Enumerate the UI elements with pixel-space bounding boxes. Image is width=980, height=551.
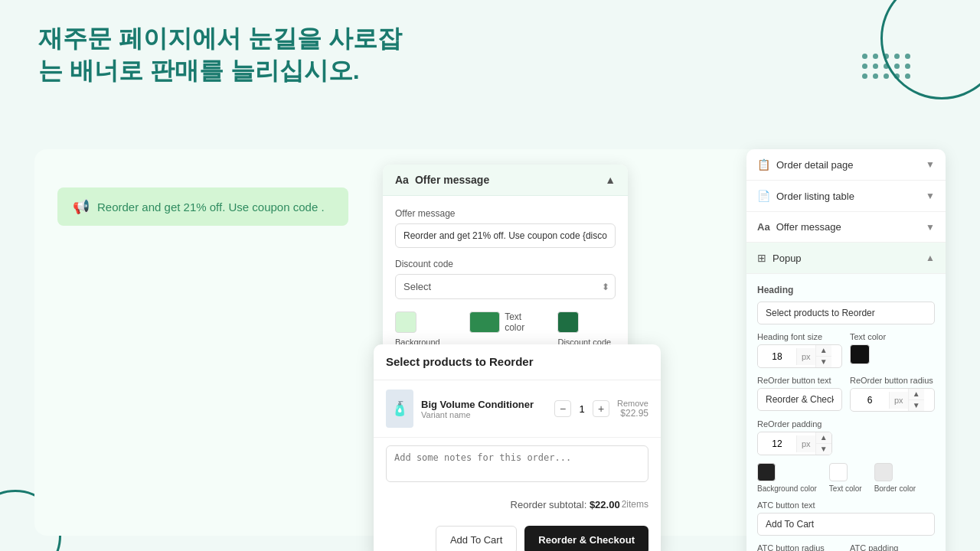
items-label: 2items xyxy=(622,499,648,510)
text-color-swatch[interactable] xyxy=(469,311,500,333)
sidebar-item-label: Offer message xyxy=(776,221,841,233)
order-detail-icon: 📋 xyxy=(757,158,770,171)
atc-btn-text-input[interactable] xyxy=(757,513,935,536)
font-size-col: Heading font size px ▲ ▼ xyxy=(757,332,842,368)
product-thumbnail: 🧴 xyxy=(386,390,413,428)
heading-font-size-label: Heading font size xyxy=(757,332,842,341)
reorder-btn-text-col: ReOrder button text xyxy=(757,376,842,412)
reorder-checkout-button[interactable]: Reorder & Checkout xyxy=(524,526,648,551)
order-notes-textarea[interactable] xyxy=(386,445,648,482)
offer-message-label: Offer message xyxy=(395,208,616,219)
px-unit: px xyxy=(796,348,815,365)
remove-price-col: Remove $22.95 xyxy=(617,399,648,419)
chevron-up-icon[interactable]: ▲ xyxy=(605,174,616,186)
heading-input[interactable] xyxy=(757,302,935,324)
increment-btn[interactable]: ▲ xyxy=(816,345,831,357)
decrement-btn[interactable]: ▼ xyxy=(909,400,924,411)
reorder-btn-text-input[interactable] xyxy=(757,388,842,411)
atc-radius-label: ATC button radius xyxy=(757,543,842,551)
px-unit: px xyxy=(796,435,815,452)
radius-input-wrap: px ▲ ▼ xyxy=(850,388,935,412)
atc-section: ATC button text xyxy=(757,500,935,543)
btn-border-label: Border color xyxy=(874,484,916,493)
discount-code-label: Discount code xyxy=(395,259,616,269)
text-color-swatch[interactable] xyxy=(850,344,870,364)
increment-btn[interactable]: ▲ xyxy=(816,432,831,444)
text-color-item: Text color xyxy=(469,311,535,333)
discount-code-select[interactable]: Select xyxy=(395,274,616,299)
padding-stepper: ▲ ▼ xyxy=(815,432,831,455)
megaphone-icon: 📢 xyxy=(73,198,90,215)
decrement-btn[interactable]: ▼ xyxy=(816,444,831,455)
btn-bg-swatch[interactable] xyxy=(757,463,776,481)
padding-input[interactable] xyxy=(758,435,796,453)
offer-panel-title: Aa Offer message xyxy=(395,174,489,186)
btn-border-color-item: Border color xyxy=(874,463,916,493)
banner-text: Reorder and get 21% off. Use coupon code… xyxy=(97,201,325,214)
aa-icon: Aa xyxy=(395,174,409,186)
qty-decrease-btn[interactable]: − xyxy=(554,400,571,417)
text-color-label: Text color xyxy=(505,311,534,333)
text-color-swatch-row xyxy=(850,344,935,364)
reorder-padding-row: ReOrder padding px ▲ ▼ xyxy=(757,419,935,455)
sidebar-item-left: 📋 Order detail page xyxy=(757,158,853,171)
btn-border-swatch[interactable] xyxy=(874,463,893,481)
order-listing-icon: 📄 xyxy=(757,190,770,202)
atc-padding-col: ATC padding xyxy=(850,543,935,551)
discount-code-select-wrapper: Select ⬍ xyxy=(395,274,616,299)
subtotal-row: Reorder subtotal: $22.00 2items xyxy=(374,493,661,517)
sidebar-item-label: Order listing table xyxy=(776,191,854,202)
product-popup-modal: Select products to Reorder 🧴 Big Volume … xyxy=(374,344,661,551)
sidebar-item-label: Popup xyxy=(773,253,802,264)
dots-decoration xyxy=(862,54,911,79)
radius-input[interactable] xyxy=(851,391,889,409)
atc-radius-col: ATC button radius xyxy=(757,543,842,551)
sidebar-item-order-listing[interactable]: 📄 Order listing table ▼ xyxy=(746,181,946,212)
bg-color-swatch[interactable] xyxy=(395,311,416,333)
discount-color-swatch[interactable] xyxy=(557,311,579,333)
chevron-down-icon: ▼ xyxy=(926,159,935,170)
heading-section-label: Heading xyxy=(757,285,935,295)
decrement-btn[interactable]: ▼ xyxy=(816,357,831,367)
subtotal-label: Reorder subtotal: xyxy=(511,499,587,510)
font-size-input[interactable] xyxy=(758,347,796,366)
reorder-banner: 📢 Reorder and get 21% off. Use coupon co… xyxy=(57,187,348,226)
offer-panel-body: Offer message Discount code Select ⬍ Bac… xyxy=(383,196,628,368)
sidebar-item-offer-message[interactable]: Aa Offer message ▼ xyxy=(746,212,946,243)
qty-value: 1 xyxy=(576,403,588,415)
add-to-cart-button[interactable]: Add To Cart xyxy=(436,526,517,551)
heading-font-row: Heading font size px ▲ ▼ Text color xyxy=(757,332,935,368)
btn-text-label: Text color xyxy=(829,484,862,493)
qty-increase-btn[interactable]: + xyxy=(593,400,609,417)
popup-icon: ⊞ xyxy=(757,252,766,264)
sidebar-panel: 📋 Order detail page ▼ 📄 Order listing ta… xyxy=(746,149,946,551)
btn-bg-label: Background color xyxy=(757,484,817,493)
btn-text-swatch[interactable] xyxy=(829,463,848,481)
sidebar-item-order-detail[interactable]: 📋 Order detail page ▼ xyxy=(746,149,946,181)
text-color-col: Text color xyxy=(850,332,935,368)
text-color-col-label: Text color xyxy=(850,332,935,341)
offer-message-icon: Aa xyxy=(757,221,770,233)
reorder-btn-radius-col: ReOrder button radius px ▲ ▼ xyxy=(850,376,935,412)
remove-link[interactable]: Remove xyxy=(617,399,648,408)
hero-text: 재주문 페이지에서 눈길을 사로잡는 배너로 판매를 늘리십시오. xyxy=(38,23,421,86)
sidebar-item-label: Order detail page xyxy=(776,159,853,171)
select-arrow-icon: ⬍ xyxy=(602,282,609,292)
padding-input-row: px ▲ ▼ xyxy=(757,432,935,455)
atc-extra-row: ATC button radius ATC padding xyxy=(757,543,935,551)
sidebar-item-popup[interactable]: ⊞ Popup ▲ xyxy=(746,243,946,274)
btn-bg-color-item: Background color xyxy=(757,463,817,493)
product-name: Big Volume Conditioner xyxy=(421,399,547,410)
qty-controls: − 1 + xyxy=(554,400,609,417)
font-size-stepper: ▲ ▼ xyxy=(815,345,831,367)
product-row: 🧴 Big Volume Conditioner Variant name − … xyxy=(374,380,661,438)
deco-circle-top-right xyxy=(880,0,980,99)
popup-header: Select products to Reorder xyxy=(374,344,661,380)
sidebar-item-left: 📄 Order listing table xyxy=(757,190,854,202)
increment-btn[interactable]: ▲ xyxy=(909,389,924,400)
product-info: Big Volume Conditioner Variant name xyxy=(421,399,547,419)
chevron-up-icon: ▲ xyxy=(926,253,935,263)
subtotal-value: $22.00 xyxy=(590,499,620,510)
reorder-btn-row: ReOrder button text ReOrder button radiu… xyxy=(757,376,935,412)
offer-message-input[interactable] xyxy=(395,223,616,248)
